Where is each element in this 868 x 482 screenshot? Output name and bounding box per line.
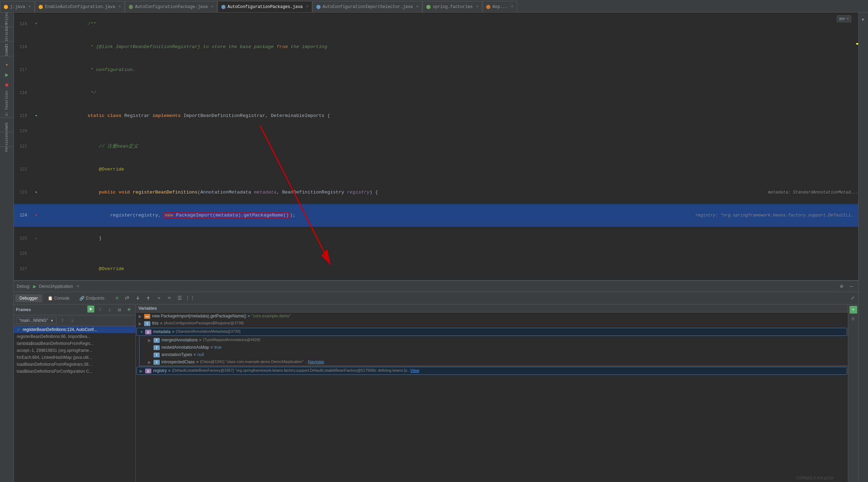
var-name: nestedAnnotationsAsMap [161, 345, 209, 350]
threads-btn[interactable]: ⋮⋮ [186, 294, 194, 302]
var-eq: = [172, 329, 174, 334]
debug-tab-debugger[interactable]: Debugger [15, 294, 42, 302]
var-item-this[interactable]: ▶ f this = {AutoConfigurationPackages$Re… [136, 320, 848, 327]
line-gutter-123: ● [31, 189, 41, 196]
fold-115[interactable]: ▼ [35, 20, 37, 28]
evaluate-btn[interactable]: ⌨ [165, 294, 173, 302]
tab-spring-factories[interactable]: spring.factories × [423, 1, 482, 12]
line-content-117: * configuration. [41, 58, 858, 81]
frame-add-btn[interactable]: + [125, 306, 133, 314]
right-sidebar-icon[interactable]: ▶ [859, 14, 868, 24]
resume-btn[interactable]: ≡ [113, 294, 121, 302]
debug-settings-btn[interactable]: ⚙ [837, 282, 846, 291]
var-item-packageimport[interactable]: ▶ oo new PackageImport(metadata).getPack… [136, 313, 848, 320]
tab-j-java[interactable]: j.java × [0, 1, 34, 12]
tab-close[interactable]: × [29, 5, 31, 9]
line-content-127: @Override [41, 258, 858, 280]
line-hint-124: registry: "org.springframework.beans.fac… [688, 212, 858, 219]
frames-btn[interactable]: ☰ [175, 294, 184, 302]
svg-marker-6 [90, 308, 92, 310]
debug-content: Frames ↑ ↓ ⊟ + [14, 305, 858, 482]
step-into-btn[interactable] [134, 294, 142, 302]
var-item-annotation-types[interactable]: f annotationTypes = null [139, 351, 848, 358]
frame-down-btn[interactable]: ↓ [105, 306, 114, 314]
var-val: null [197, 352, 204, 357]
variables-header: Variables [139, 306, 157, 311]
debug-minimize-btn[interactable]: — [847, 282, 855, 291]
tab-close[interactable]: × [476, 5, 478, 9]
frame-filter-btn[interactable]: ⊟ [115, 306, 124, 314]
sidebar-item-commit[interactable]: Commit [2, 45, 12, 55]
mg-widget[interactable]: m> × [837, 15, 851, 22]
frame-item-4[interactable]: forEach:684, LinkedHashMap (java.util... [14, 354, 135, 361]
frame-item-0[interactable]: ✓ registerBeanDefinitions:124, AutoConf.… [14, 326, 135, 333]
line-hint-123: metadata: StandardAnnotationMetad... [761, 189, 858, 196]
tab-icon-java [4, 5, 8, 9]
frame-item-2[interactable]: lambda$loadBeanDefinitionsFromRegis... [14, 340, 135, 347]
frame-item-6[interactable]: loadBeanDefinitionsForConfiguration C... [14, 368, 135, 375]
variables-panel: Variables ▶ oo new PackageImport(metadat… [136, 305, 848, 482]
tab-close[interactable]: × [119, 5, 121, 9]
tab-aop[interactable]: Aop... × [482, 1, 517, 12]
var-item-introspected-class[interactable]: ▶ f introspectedClass = {Class@1341} "cl… [139, 358, 848, 366]
sidebar-item-persistence[interactable]: Persistence [2, 135, 12, 145]
main-area: 1: Project Z: Structure Commit ★ ▶ ■ 2: … [0, 13, 868, 482]
var-item-nested-annotations[interactable]: f nestedAnnotationsAsMap = true [139, 344, 848, 351]
step-out-btn[interactable] [144, 294, 152, 302]
line-content-116: * {@link ImportBeanDefinitionRegistrar} … [41, 35, 858, 58]
frame-item-3[interactable]: accept:-1, 299819831 (org.springframe... [14, 347, 135, 354]
right-sidebar: ▶ [858, 13, 868, 482]
var-eq: = [199, 338, 202, 342]
line-num-121: 121 [14, 143, 31, 150]
sidebar-item-stop[interactable]: ■ [2, 80, 12, 90]
var-name: annotationTypes [161, 352, 192, 357]
variables-list: ▶ oo new PackageImport(metadata).getPack… [136, 313, 848, 475]
tab-auto-config-import[interactable]: AutoConfigurationImportSelector.java × [313, 1, 422, 12]
frame-up-btn[interactable]: ↑ [96, 306, 104, 314]
frames-header-bar: Frames ↑ ↓ ⊟ + [14, 305, 135, 315]
line-num-125: 125 [14, 235, 31, 242]
gutter-breakpoint-124[interactable]: ● [35, 212, 37, 219]
sidebar-item-favorites[interactable]: ★ [2, 60, 12, 69]
line-content-118: */ [41, 81, 858, 104]
line-num-117: 117 [14, 66, 31, 74]
var-item-merged-annotations[interactable]: ▶ f mergedAnnotations = {TypeMappedAnnot… [139, 337, 848, 344]
debug-expand-btn[interactable]: ⤢ [849, 294, 857, 302]
frame-nav-up[interactable]: ↑ [58, 316, 66, 325]
code-editor[interactable]: 115 ▼ /** 116 * {@link ImportBeanDefinit… [14, 13, 858, 280]
debug-session-close[interactable]: × [77, 284, 79, 289]
tab-auto-config-package[interactable]: AutoConfigurationPackage.java × [125, 1, 217, 12]
tab-icon-green [129, 5, 133, 9]
code-line-115: 115 ▼ /** [14, 13, 858, 35]
line-gutter-124: ● [31, 212, 41, 219]
frame-run-btn[interactable] [87, 306, 94, 313]
debug-tab-endpoints[interactable]: 🔗Endpoints [75, 294, 109, 302]
view-link[interactable]: View [410, 368, 419, 373]
line-content-115: /** [41, 13, 858, 35]
frame-dropdown[interactable]: "main...NNING" ▼ [16, 317, 57, 324]
var-eq: = [211, 345, 213, 350]
step-over-btn[interactable] [123, 294, 132, 302]
run-to-cursor-btn[interactable]: ↷ [155, 294, 163, 302]
frame-item-1[interactable]: registerBeanDefinitions:86, ImportBea... [14, 333, 135, 340]
debug-toolbar: ≡ ↷ ⌨ ☰ ⋮⋮ [113, 294, 194, 302]
tab-enable-auto[interactable]: EnableAutoConfiguration.java × [35, 1, 125, 12]
sidebar-item-structure[interactable]: Z: Structure [2, 30, 12, 40]
var-item-metadata[interactable]: ▼ p metadata = {StandardAnnotationMetada… [136, 328, 847, 336]
tab-close[interactable]: × [306, 5, 308, 9]
debug-tab-console[interactable]: 📋Console [44, 294, 74, 302]
tab-close[interactable]: × [416, 5, 418, 9]
tab-close[interactable]: × [211, 5, 213, 9]
sidebar-label-commit: Commit [5, 44, 9, 56]
copy-btn[interactable]: ⎘ [849, 315, 858, 323]
tab-close[interactable]: × [511, 5, 513, 9]
frame-item-5[interactable]: loadBeanDefinitionsFromRegistrars:38... [14, 361, 135, 368]
add-watch-btn[interactable]: + [850, 306, 857, 314]
tab-auto-config-packages[interactable]: AutoConfigurationPackages.java × [218, 1, 312, 12]
mg-close[interactable]: × [846, 17, 849, 21]
navigate-link[interactable]: Navigate [308, 359, 324, 364]
var-item-registry[interactable]: ▶ p registry = {DefaultListableBeanFacto… [136, 367, 847, 375]
frame-nav-down[interactable]: ↓ [68, 316, 76, 325]
highlighted-code-box: new PackageImport(metadata).getPackageNa… [164, 212, 290, 218]
sidebar-item-run[interactable]: ▶ [2, 70, 12, 80]
